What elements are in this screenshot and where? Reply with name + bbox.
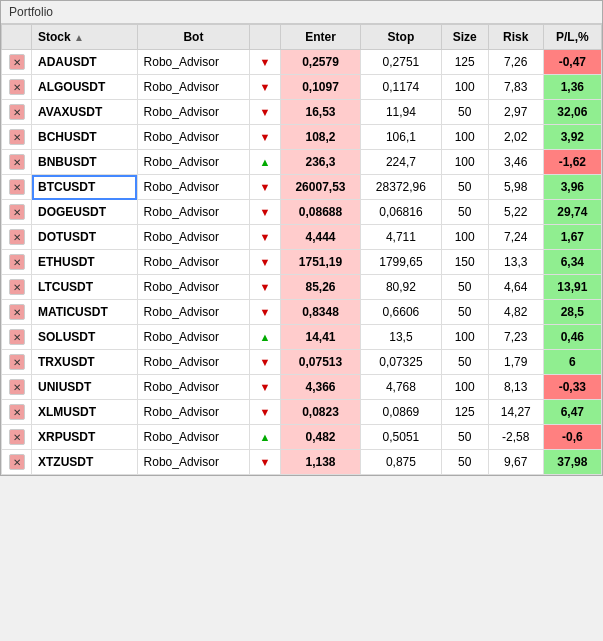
direction-cell: ▲	[250, 325, 280, 350]
risk-value: 4,82	[488, 300, 543, 325]
enter-price: 0,482	[280, 425, 360, 450]
close-cell: ✕	[2, 450, 32, 475]
close-cell: ✕	[2, 425, 32, 450]
size-value: 100	[441, 325, 488, 350]
close-button[interactable]: ✕	[9, 354, 25, 370]
enter-price: 0,2579	[280, 50, 360, 75]
portfolio-window: Portfolio Stock ▲ Bot Enter	[0, 0, 603, 476]
close-cell: ✕	[2, 200, 32, 225]
close-button[interactable]: ✕	[9, 204, 25, 220]
risk-value: 3,46	[488, 150, 543, 175]
close-button[interactable]: ✕	[9, 104, 25, 120]
stop-price: 0,1174	[361, 75, 441, 100]
direction-cell: ▼	[250, 50, 280, 75]
col-header-enter: Enter	[280, 25, 360, 50]
stop-price: 80,92	[361, 275, 441, 300]
stop-price: 0,06816	[361, 200, 441, 225]
col-header-dir	[250, 25, 280, 50]
enter-price: 16,53	[280, 100, 360, 125]
arrow-down-icon: ▼	[260, 406, 271, 418]
stock-name: LTCUSDT	[32, 275, 138, 300]
bot-name: Robo_Advisor	[137, 100, 250, 125]
close-button[interactable]: ✕	[9, 404, 25, 420]
col-header-stop: Stop	[361, 25, 441, 50]
pl-value: 1,67	[543, 225, 601, 250]
risk-value: 5,22	[488, 200, 543, 225]
stop-price: 0,6606	[361, 300, 441, 325]
close-button[interactable]: ✕	[9, 279, 25, 295]
table-row: ✕BTCUSDTRobo_Advisor▼26007,5328372,96505…	[2, 175, 602, 200]
table-row: ✕XRPUSDTRobo_Advisor▲0,4820,505150-2,58-…	[2, 425, 602, 450]
col-header-pl: P/L,%	[543, 25, 601, 50]
col-header-risk: Risk	[488, 25, 543, 50]
stock-name: BNBUSDT	[32, 150, 138, 175]
size-value: 50	[441, 275, 488, 300]
table-row: ✕LTCUSDTRobo_Advisor▼85,2680,92504,6413,…	[2, 275, 602, 300]
close-cell: ✕	[2, 400, 32, 425]
close-button[interactable]: ✕	[9, 429, 25, 445]
size-value: 50	[441, 175, 488, 200]
close-button[interactable]: ✕	[9, 304, 25, 320]
arrow-down-icon: ▼	[260, 456, 271, 468]
direction-cell: ▼	[250, 75, 280, 100]
size-value: 125	[441, 400, 488, 425]
risk-value: 13,3	[488, 250, 543, 275]
close-button[interactable]: ✕	[9, 154, 25, 170]
stock-name: XLMUSDT	[32, 400, 138, 425]
table-header-row: Stock ▲ Bot Enter Stop Size	[2, 25, 602, 50]
pl-value: 28,5	[543, 300, 601, 325]
close-button[interactable]: ✕	[9, 129, 25, 145]
close-cell: ✕	[2, 250, 32, 275]
close-button[interactable]: ✕	[9, 254, 25, 270]
bot-name: Robo_Advisor	[137, 250, 250, 275]
close-cell: ✕	[2, 225, 32, 250]
table-row: ✕BCHUSDTRobo_Advisor▼108,2106,11002,023,…	[2, 125, 602, 150]
risk-value: 7,23	[488, 325, 543, 350]
bot-name: Robo_Advisor	[137, 50, 250, 75]
bot-name: Robo_Advisor	[137, 150, 250, 175]
table-row: ✕XTZUSDTRobo_Advisor▼1,1380,875509,6737,…	[2, 450, 602, 475]
close-button[interactable]: ✕	[9, 229, 25, 245]
risk-value: 4,64	[488, 275, 543, 300]
close-cell: ✕	[2, 275, 32, 300]
table-row: ✕SOLUSDTRobo_Advisor▲14,4113,51007,230,4…	[2, 325, 602, 350]
enter-price: 0,1097	[280, 75, 360, 100]
stop-price: 0,2751	[361, 50, 441, 75]
stock-name: BTCUSDT	[32, 175, 138, 200]
risk-value: 8,13	[488, 375, 543, 400]
close-button[interactable]: ✕	[9, 179, 25, 195]
stop-price: 13,5	[361, 325, 441, 350]
close-button[interactable]: ✕	[9, 79, 25, 95]
enter-price: 14,41	[280, 325, 360, 350]
size-value: 50	[441, 350, 488, 375]
col-header-stock[interactable]: Stock ▲	[32, 25, 138, 50]
close-cell: ✕	[2, 350, 32, 375]
title-bar: Portfolio	[1, 1, 602, 24]
arrow-up-icon: ▲	[260, 331, 271, 343]
close-button[interactable]: ✕	[9, 329, 25, 345]
pl-value: 6	[543, 350, 601, 375]
direction-cell: ▼	[250, 250, 280, 275]
arrow-down-icon: ▼	[260, 106, 271, 118]
table-row: ✕DOGEUSDTRobo_Advisor▼0,086880,06816505,…	[2, 200, 602, 225]
pl-value: 32,06	[543, 100, 601, 125]
table-row: ✕DOTUSDTRobo_Advisor▼4,4444,7111007,241,…	[2, 225, 602, 250]
arrow-down-icon: ▼	[260, 181, 271, 193]
stop-price: 0,875	[361, 450, 441, 475]
bot-name: Robo_Advisor	[137, 200, 250, 225]
close-cell: ✕	[2, 150, 32, 175]
enter-price: 108,2	[280, 125, 360, 150]
stock-name: XRPUSDT	[32, 425, 138, 450]
close-button[interactable]: ✕	[9, 454, 25, 470]
enter-price: 85,26	[280, 275, 360, 300]
table-row: ✕UNIUSDTRobo_Advisor▼4,3664,7681008,13-0…	[2, 375, 602, 400]
portfolio-table: Stock ▲ Bot Enter Stop Size	[1, 24, 602, 475]
pl-value: -1,62	[543, 150, 601, 175]
close-button[interactable]: ✕	[9, 54, 25, 70]
close-cell: ✕	[2, 375, 32, 400]
bot-name: Robo_Advisor	[137, 275, 250, 300]
direction-cell: ▼	[250, 300, 280, 325]
close-button[interactable]: ✕	[9, 379, 25, 395]
arrow-down-icon: ▼	[260, 381, 271, 393]
close-cell: ✕	[2, 125, 32, 150]
